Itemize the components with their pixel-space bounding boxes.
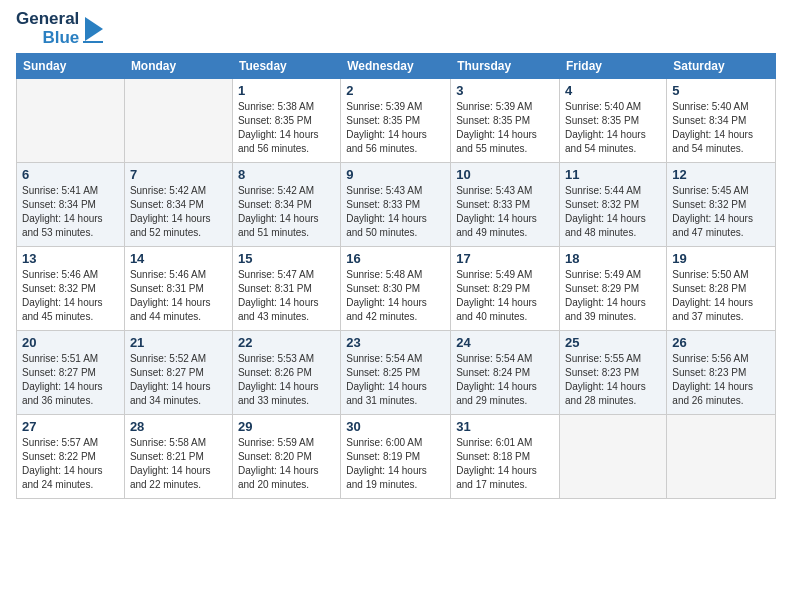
calendar-cell: 30Sunrise: 6:00 AM Sunset: 8:19 PM Dayli…: [341, 415, 451, 499]
day-number: 10: [456, 167, 554, 182]
header-friday: Friday: [560, 54, 667, 79]
day-info: Sunrise: 5:49 AM Sunset: 8:29 PM Dayligh…: [565, 268, 661, 324]
header-thursday: Thursday: [451, 54, 560, 79]
day-number: 30: [346, 419, 445, 434]
day-number: 16: [346, 251, 445, 266]
day-info: Sunrise: 5:42 AM Sunset: 8:34 PM Dayligh…: [130, 184, 227, 240]
calendar-cell: 25Sunrise: 5:55 AM Sunset: 8:23 PM Dayli…: [560, 331, 667, 415]
calendar-cell: 14Sunrise: 5:46 AM Sunset: 8:31 PM Dayli…: [124, 247, 232, 331]
calendar-cell: 10Sunrise: 5:43 AM Sunset: 8:33 PM Dayli…: [451, 163, 560, 247]
day-info: Sunrise: 5:45 AM Sunset: 8:32 PM Dayligh…: [672, 184, 770, 240]
day-info: Sunrise: 5:39 AM Sunset: 8:35 PM Dayligh…: [346, 100, 445, 156]
header-saturday: Saturday: [667, 54, 776, 79]
calendar-cell: [560, 415, 667, 499]
day-info: Sunrise: 5:54 AM Sunset: 8:25 PM Dayligh…: [346, 352, 445, 408]
calendar-cell: 2Sunrise: 5:39 AM Sunset: 8:35 PM Daylig…: [341, 79, 451, 163]
day-info: Sunrise: 5:44 AM Sunset: 8:32 PM Dayligh…: [565, 184, 661, 240]
day-number: 13: [22, 251, 119, 266]
logo: General Blue: [16, 10, 105, 47]
header-monday: Monday: [124, 54, 232, 79]
calendar-cell: 16Sunrise: 5:48 AM Sunset: 8:30 PM Dayli…: [341, 247, 451, 331]
day-number: 24: [456, 335, 554, 350]
day-info: Sunrise: 5:56 AM Sunset: 8:23 PM Dayligh…: [672, 352, 770, 408]
calendar-cell: 28Sunrise: 5:58 AM Sunset: 8:21 PM Dayli…: [124, 415, 232, 499]
calendar-cell: 8Sunrise: 5:42 AM Sunset: 8:34 PM Daylig…: [232, 163, 340, 247]
calendar-cell: 23Sunrise: 5:54 AM Sunset: 8:25 PM Dayli…: [341, 331, 451, 415]
day-info: Sunrise: 5:40 AM Sunset: 8:34 PM Dayligh…: [672, 100, 770, 156]
day-number: 20: [22, 335, 119, 350]
week-row-4: 20Sunrise: 5:51 AM Sunset: 8:27 PM Dayli…: [17, 331, 776, 415]
day-info: Sunrise: 5:47 AM Sunset: 8:31 PM Dayligh…: [238, 268, 335, 324]
day-number: 11: [565, 167, 661, 182]
week-row-1: 1Sunrise: 5:38 AM Sunset: 8:35 PM Daylig…: [17, 79, 776, 163]
day-number: 27: [22, 419, 119, 434]
calendar-cell: 20Sunrise: 5:51 AM Sunset: 8:27 PM Dayli…: [17, 331, 125, 415]
day-number: 17: [456, 251, 554, 266]
calendar-cell: 18Sunrise: 5:49 AM Sunset: 8:29 PM Dayli…: [560, 247, 667, 331]
day-number: 21: [130, 335, 227, 350]
day-info: Sunrise: 6:01 AM Sunset: 8:18 PM Dayligh…: [456, 436, 554, 492]
calendar-cell: 13Sunrise: 5:46 AM Sunset: 8:32 PM Dayli…: [17, 247, 125, 331]
header: General Blue: [16, 10, 776, 47]
day-number: 7: [130, 167, 227, 182]
day-info: Sunrise: 5:49 AM Sunset: 8:29 PM Dayligh…: [456, 268, 554, 324]
logo-general: General: [16, 10, 79, 29]
calendar-cell: 17Sunrise: 5:49 AM Sunset: 8:29 PM Dayli…: [451, 247, 560, 331]
header-row: SundayMondayTuesdayWednesdayThursdayFrid…: [17, 54, 776, 79]
calendar-cell: 27Sunrise: 5:57 AM Sunset: 8:22 PM Dayli…: [17, 415, 125, 499]
calendar-cell: 4Sunrise: 5:40 AM Sunset: 8:35 PM Daylig…: [560, 79, 667, 163]
calendar-cell: 19Sunrise: 5:50 AM Sunset: 8:28 PM Dayli…: [667, 247, 776, 331]
day-info: Sunrise: 6:00 AM Sunset: 8:19 PM Dayligh…: [346, 436, 445, 492]
day-number: 12: [672, 167, 770, 182]
day-info: Sunrise: 5:51 AM Sunset: 8:27 PM Dayligh…: [22, 352, 119, 408]
day-info: Sunrise: 5:55 AM Sunset: 8:23 PM Dayligh…: [565, 352, 661, 408]
day-number: 6: [22, 167, 119, 182]
day-info: Sunrise: 5:50 AM Sunset: 8:28 PM Dayligh…: [672, 268, 770, 324]
day-info: Sunrise: 5:46 AM Sunset: 8:31 PM Dayligh…: [130, 268, 227, 324]
day-number: 3: [456, 83, 554, 98]
day-info: Sunrise: 5:41 AM Sunset: 8:34 PM Dayligh…: [22, 184, 119, 240]
calendar-cell: 9Sunrise: 5:43 AM Sunset: 8:33 PM Daylig…: [341, 163, 451, 247]
day-number: 1: [238, 83, 335, 98]
calendar-cell: 24Sunrise: 5:54 AM Sunset: 8:24 PM Dayli…: [451, 331, 560, 415]
header-wednesday: Wednesday: [341, 54, 451, 79]
day-number: 2: [346, 83, 445, 98]
day-number: 26: [672, 335, 770, 350]
day-number: 23: [346, 335, 445, 350]
day-number: 25: [565, 335, 661, 350]
week-row-5: 27Sunrise: 5:57 AM Sunset: 8:22 PM Dayli…: [17, 415, 776, 499]
calendar-cell: 21Sunrise: 5:52 AM Sunset: 8:27 PM Dayli…: [124, 331, 232, 415]
calendar-cell: 26Sunrise: 5:56 AM Sunset: 8:23 PM Dayli…: [667, 331, 776, 415]
week-row-2: 6Sunrise: 5:41 AM Sunset: 8:34 PM Daylig…: [17, 163, 776, 247]
day-number: 4: [565, 83, 661, 98]
calendar-cell: 11Sunrise: 5:44 AM Sunset: 8:32 PM Dayli…: [560, 163, 667, 247]
calendar-cell: 12Sunrise: 5:45 AM Sunset: 8:32 PM Dayli…: [667, 163, 776, 247]
day-number: 29: [238, 419, 335, 434]
svg-rect-1: [83, 41, 103, 43]
calendar-cell: 6Sunrise: 5:41 AM Sunset: 8:34 PM Daylig…: [17, 163, 125, 247]
day-number: 31: [456, 419, 554, 434]
day-info: Sunrise: 5:54 AM Sunset: 8:24 PM Dayligh…: [456, 352, 554, 408]
day-info: Sunrise: 5:57 AM Sunset: 8:22 PM Dayligh…: [22, 436, 119, 492]
calendar-table: SundayMondayTuesdayWednesdayThursdayFrid…: [16, 53, 776, 499]
day-info: Sunrise: 5:42 AM Sunset: 8:34 PM Dayligh…: [238, 184, 335, 240]
day-info: Sunrise: 5:43 AM Sunset: 8:33 PM Dayligh…: [346, 184, 445, 240]
calendar-cell: 5Sunrise: 5:40 AM Sunset: 8:34 PM Daylig…: [667, 79, 776, 163]
header-tuesday: Tuesday: [232, 54, 340, 79]
week-row-3: 13Sunrise: 5:46 AM Sunset: 8:32 PM Dayli…: [17, 247, 776, 331]
day-info: Sunrise: 5:58 AM Sunset: 8:21 PM Dayligh…: [130, 436, 227, 492]
page: General Blue SundayMondayTuesdayWednesda…: [0, 0, 792, 612]
header-sunday: Sunday: [17, 54, 125, 79]
day-info: Sunrise: 5:59 AM Sunset: 8:20 PM Dayligh…: [238, 436, 335, 492]
day-number: 28: [130, 419, 227, 434]
day-number: 15: [238, 251, 335, 266]
logo-blue: Blue: [42, 29, 79, 48]
day-number: 8: [238, 167, 335, 182]
day-number: 22: [238, 335, 335, 350]
day-number: 19: [672, 251, 770, 266]
day-info: Sunrise: 5:46 AM Sunset: 8:32 PM Dayligh…: [22, 268, 119, 324]
day-info: Sunrise: 5:48 AM Sunset: 8:30 PM Dayligh…: [346, 268, 445, 324]
day-number: 9: [346, 167, 445, 182]
calendar-cell: [667, 415, 776, 499]
calendar-cell: 3Sunrise: 5:39 AM Sunset: 8:35 PM Daylig…: [451, 79, 560, 163]
